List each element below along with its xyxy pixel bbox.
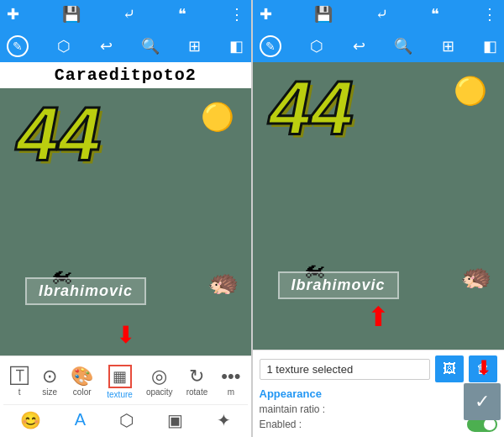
r-grid-icon[interactable]: ⊞ <box>442 37 454 55</box>
texture-indicator-arrow: ⬇ <box>116 324 135 347</box>
grid-icon[interactable]: ⊞ <box>188 37 201 55</box>
layers-icon[interactable]: ⬡ <box>57 37 71 55</box>
quote-icon[interactable]: ❝ <box>178 5 186 24</box>
nav-shape[interactable]: ⬡ <box>119 410 134 430</box>
r-layers-icon[interactable]: ⬡ <box>310 37 323 55</box>
more-icon[interactable]: ⋮ <box>229 5 244 24</box>
undo-icon[interactable]: ↩ <box>100 37 113 55</box>
r-save-icon[interactable]: 💾 <box>314 5 333 24</box>
bottom-nav: 😊 A ⬡ ▣ ✦ <box>3 404 248 434</box>
page-title: Caraeditpoto2 <box>0 62 251 88</box>
add-icon[interactable]: ✚ <box>7 5 19 24</box>
tool-more-label: m <box>228 387 234 397</box>
minion-character: 🟡 <box>201 101 234 133</box>
texture-tool-box: ▦ <box>108 365 132 388</box>
nav-fx[interactable]: ✦ <box>217 410 231 430</box>
nav-text[interactable]: A <box>75 410 86 430</box>
confirm-button[interactable]: ✓ <box>464 383 501 420</box>
r-minion-character: 🟡 <box>454 75 487 107</box>
zoom-icon[interactable]: 🔍 <box>141 37 160 55</box>
tool-rotate[interactable]: ↻ rotate <box>183 366 212 398</box>
r-sonic-character: 🦔 <box>460 261 491 291</box>
maintain-ratio-label: maintain ratio : <box>260 403 326 415</box>
color-tool-icon: 🎨 <box>71 367 93 386</box>
opacity-tool-icon: ◎ <box>151 367 167 386</box>
texture-selected-label: 1 texture selected <box>260 359 431 380</box>
tool-color-label: color <box>73 387 92 397</box>
r-more-icon[interactable]: ⋮ <box>482 5 497 24</box>
r-edit-icon[interactable]: ✎ <box>260 35 281 57</box>
nav-sticker[interactable]: 😊 <box>20 410 41 430</box>
r-undo-icon[interactable]: ↩ <box>353 37 365 55</box>
r-quote-icon[interactable]: ❝ <box>431 5 439 24</box>
share-icon[interactable]: ⤶ <box>123 5 135 24</box>
size-tool-icon: ⊙ <box>42 367 57 386</box>
tool-size-label: size <box>42 387 57 397</box>
appearance-label: Appearance <box>260 387 498 400</box>
r-add-icon[interactable]: ✚ <box>260 5 272 24</box>
rotate-tool-icon: ↻ <box>189 367 204 386</box>
tool-text[interactable]: 🅃 t <box>7 366 32 398</box>
tool-texture[interactable]: ▦ texture <box>103 363 136 401</box>
tool-opacity-label: opacity <box>146 387 173 397</box>
r-number-overlay: 44 <box>270 71 354 146</box>
confirm-arrow: ⬇ <box>475 356 492 380</box>
right-image-area: 44 🟡 🏍 🦔 Ibrahimovic ⬆ <box>253 62 505 350</box>
enabled-label: Enabled : <box>260 419 302 430</box>
tool-size[interactable]: ⊙ size <box>39 366 60 398</box>
left-image-area: 44 🟡 🏍 🦔 Ibrahimovic ⬇ <box>0 88 251 355</box>
r-stack-icon[interactable]: ◧ <box>483 37 497 55</box>
r-share-icon[interactable]: ⤶ <box>375 5 388 24</box>
tool-rotate-label: rotate <box>186 387 208 397</box>
name-banner: Ibrahimovic <box>25 277 146 305</box>
r-name-banner: Ibrahimovic <box>278 271 399 299</box>
stack-icon[interactable]: ◧ <box>229 37 244 55</box>
nav-layer[interactable]: ▣ <box>167 410 183 430</box>
tool-more[interactable]: ••• m <box>218 366 244 398</box>
more-tool-icon: ••• <box>221 367 240 386</box>
texture-image-btn[interactable]: 🖼 <box>435 355 464 382</box>
tool-text-label: t <box>18 387 21 397</box>
save-icon[interactable]: 💾 <box>62 5 81 24</box>
text-tool-icon: 🅃 <box>10 367 29 386</box>
edit-icon[interactable]: ✎ <box>7 35 29 57</box>
sonic-character: 🦔 <box>207 267 239 297</box>
tool-opacity[interactable]: ◎ opacity <box>143 366 176 398</box>
number-overlay: 44 <box>17 97 101 172</box>
r-zoom-icon[interactable]: 🔍 <box>394 37 412 55</box>
tool-texture-label: texture <box>107 390 133 399</box>
bottom-toolbar: 🅃 t ⊙ size 🎨 color ▦ texture <box>0 355 251 437</box>
up-arrow-indicator: ⬆ <box>367 301 390 333</box>
tool-color[interactable]: 🎨 color <box>67 366 97 398</box>
